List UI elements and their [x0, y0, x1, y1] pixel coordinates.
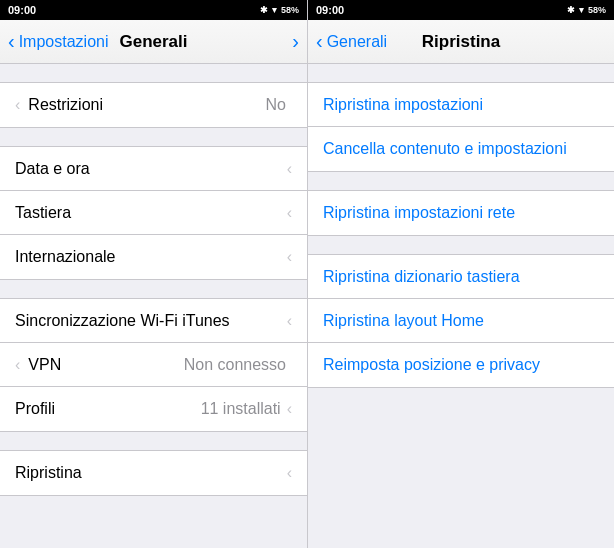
left-list-group-3: Ripristina dizionario tastiera Ripristin… [308, 254, 614, 388]
right-chevron-restrizioni: ‹ [15, 96, 20, 114]
right-chevron-profili: ‹ [287, 400, 292, 418]
left-item-text-3: Ripristina dizionario tastiera [323, 268, 599, 286]
right-row-vpn[interactable]: ‹ VPN Non connesso [0, 343, 307, 387]
left-status-bar: 09:00 ✱ ▾ 58% [308, 0, 614, 20]
right-value-vpn: Non connesso [184, 356, 286, 374]
right-section-gap-3 [0, 432, 307, 450]
right-row-profili[interactable]: Profili 11 installati ‹ [0, 387, 307, 431]
right-value-restrizioni: No [266, 96, 286, 114]
left-section-gap-3 [308, 236, 614, 254]
left-item-text-0: Ripristina impostazioni [323, 96, 599, 114]
right-label-tastiera: Tastiera [15, 204, 287, 222]
right-label-data-ora: Data e ora [15, 160, 287, 178]
right-value-profili: 11 installati [201, 400, 281, 418]
left-bluetooth-icon: ✱ [567, 5, 575, 15]
left-section-gap-1 [308, 64, 614, 82]
list-item-ripristina-impostazioni[interactable]: Ripristina impostazioni [308, 83, 614, 127]
left-nav-title: Ripristina [422, 32, 500, 52]
right-row-internazionale[interactable]: Internazionale ‹ [0, 235, 307, 279]
right-label-internazionale: Internazionale [15, 248, 287, 266]
right-nav-back[interactable]: ‹ Impostazioni [8, 30, 109, 53]
right-row-data-ora[interactable]: Data e ora ‹ [0, 147, 307, 191]
right-chevron-ripristina: ‹ [287, 464, 292, 482]
list-item-ripristina-rete[interactable]: Ripristina impostazioni rete [308, 191, 614, 235]
right-signal: 58% [281, 5, 299, 15]
right-back-chevron-icon: ‹ [8, 30, 15, 53]
left-section-gap-2 [308, 172, 614, 190]
right-chevron-internazionale: ‹ [287, 248, 292, 266]
right-chevron-tastiera: ‹ [287, 204, 292, 222]
left-item-text-4: Ripristina layout Home [323, 312, 599, 330]
right-panel: 09:00 ✱ ▾ 58% ‹ Impostazioni Generali › … [0, 0, 307, 548]
left-back-chevron-icon: ‹ [316, 30, 323, 53]
right-nav-back-label: Impostazioni [19, 33, 109, 51]
list-item-posizione-privacy[interactable]: Reimposta posizione e privacy [308, 343, 614, 387]
right-nav-title: Generali [119, 32, 187, 52]
left-time: 09:00 [316, 4, 344, 16]
left-item-text-5: Reimposta posizione e privacy [323, 356, 599, 374]
left-nav-back[interactable]: ‹ Generali [316, 30, 387, 53]
left-status-icons: ✱ ▾ 58% [567, 5, 606, 15]
right-nav-bar: ‹ Impostazioni Generali › [0, 20, 307, 64]
right-label-vpn: VPN [28, 356, 183, 374]
left-nav-back-label: Generali [327, 33, 387, 51]
right-label-sincronizzazione: Sincronizzazione Wi-Fi iTunes [15, 312, 287, 330]
right-section-gap-1 [0, 128, 307, 146]
right-label-ripristina: Ripristina [15, 464, 287, 482]
list-item-cancella-contenuto[interactable]: Cancella contenuto e impostazioni [308, 127, 614, 171]
right-status-icons: ✱ ▾ 58% [260, 5, 299, 15]
left-nav-bar: ‹ Generali Ripristina [308, 20, 614, 64]
left-wifi-icon: ▾ [579, 5, 584, 15]
left-panel: 09:00 ✱ ▾ 58% ‹ Generali Ripristina Ripr… [307, 0, 614, 548]
right-chevron-vpn: ‹ [15, 356, 20, 374]
right-row-tastiera[interactable]: Tastiera ‹ [0, 191, 307, 235]
right-row-ripristina[interactable]: Ripristina ‹ [0, 451, 307, 495]
right-chevron-sincronizzazione: ‹ [287, 312, 292, 330]
right-nav-forward: › [292, 30, 299, 53]
right-status-bar: 09:00 ✱ ▾ 58% [0, 0, 307, 20]
right-row-restrizioni[interactable]: ‹ Restrizioni No [0, 83, 307, 127]
right-chevron-data-ora: ‹ [287, 160, 292, 178]
right-group-3: Sincronizzazione Wi-Fi iTunes ‹ ‹ VPN No… [0, 298, 307, 432]
right-group-4: Ripristina ‹ [0, 450, 307, 496]
right-time: 09:00 [8, 4, 36, 16]
left-list-group-1: Ripristina impostazioni Cancella contenu… [308, 82, 614, 172]
left-item-text-2: Ripristina impostazioni rete [323, 204, 599, 222]
list-item-dizionario-tastiera[interactable]: Ripristina dizionario tastiera [308, 255, 614, 299]
right-forward-chevron-icon: › [292, 30, 299, 53]
list-item-layout-home[interactable]: Ripristina layout Home [308, 299, 614, 343]
right-group-1: ‹ Restrizioni No [0, 82, 307, 128]
right-label-restrizioni: Restrizioni [28, 96, 265, 114]
right-group-2: Data e ora ‹ Tastiera ‹ Internazionale ‹ [0, 146, 307, 280]
left-list-group-2: Ripristina impostazioni rete [308, 190, 614, 236]
left-signal: 58% [588, 5, 606, 15]
right-row-sincronizzazione[interactable]: Sincronizzazione Wi-Fi iTunes ‹ [0, 299, 307, 343]
right-wifi-icon: ▾ [272, 5, 277, 15]
right-section-gap-2 [0, 280, 307, 298]
right-label-profili: Profili [15, 400, 201, 418]
right-section-gap-top [0, 64, 307, 82]
left-item-text-1: Cancella contenuto e impostazioni [323, 140, 599, 158]
right-bluetooth-icon: ✱ [260, 5, 268, 15]
